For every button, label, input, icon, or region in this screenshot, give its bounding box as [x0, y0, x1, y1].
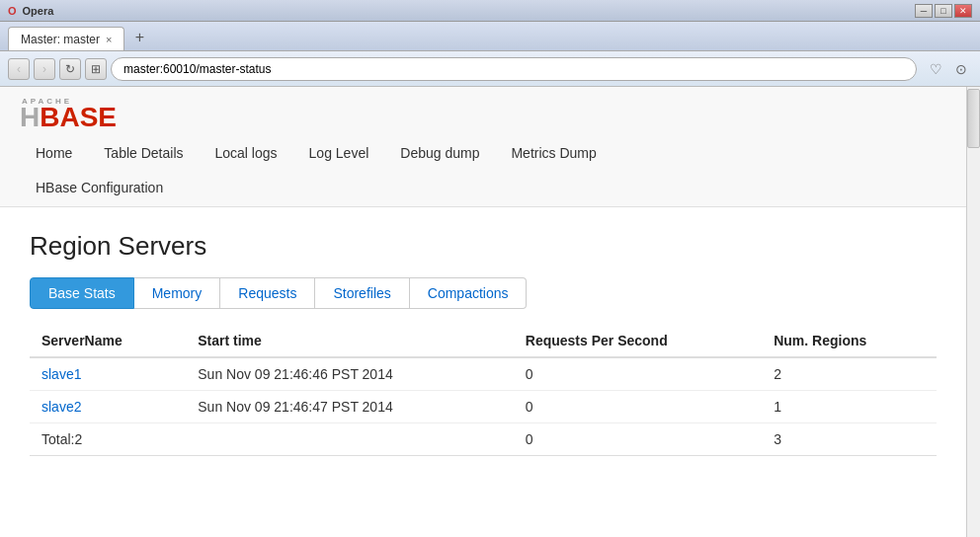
total-label: Total:2 — [30, 423, 186, 456]
hbase-logo-text: HBASE — [20, 104, 117, 131]
navigation-bar: ‹ › ↻ ⊞ ♡ ⊙ — [0, 51, 980, 87]
reload-button[interactable]: ↻ — [59, 58, 81, 80]
scrollbar-thumb[interactable] — [967, 89, 980, 148]
minimize-button[interactable]: ─ — [915, 4, 933, 18]
nav-home[interactable]: Home — [20, 137, 88, 172]
nav-debug-dump[interactable]: Debug dump — [384, 137, 495, 172]
total-regions: 3 — [762, 423, 937, 456]
titlebar-text: Opera — [23, 5, 54, 17]
server-name-cell: slave1 — [30, 357, 186, 391]
total-requests: 0 — [514, 423, 762, 456]
page-content: APACHE HBASE Home Table Details Local lo… — [0, 87, 980, 537]
nav-local-logs[interactable]: Local logs — [200, 137, 293, 172]
col-start-time: Start time — [186, 325, 514, 357]
col-requests: Requests Per Second — [514, 325, 762, 357]
start-time-cell: Sun Nov 09 21:46:47 PST 2014 — [186, 391, 514, 423]
download-icon: ⊙ — [955, 61, 967, 77]
tab-compactions[interactable]: Compactions — [410, 277, 528, 309]
col-regions: Num. Regions — [762, 325, 937, 357]
back-icon: ‹ — [17, 62, 21, 76]
section-title: Region Servers — [30, 231, 937, 262]
nav-hbase-config[interactable]: HBase Configuration — [20, 172, 179, 206]
maximize-button[interactable]: □ — [935, 4, 952, 18]
table-row: slave2 Sun Nov 09 21:46:47 PST 2014 0 1 — [30, 391, 937, 423]
reload-icon: ↻ — [65, 62, 75, 76]
grid-icon: ⊞ — [91, 62, 101, 76]
back-button[interactable]: ‹ — [8, 58, 30, 80]
requests-cell: 0 — [514, 357, 762, 391]
table-row: slave1 Sun Nov 09 21:46:46 PST 2014 0 2 — [30, 357, 937, 391]
forward-button[interactable]: › — [34, 58, 55, 80]
tab-buttons: Base Stats Memory Requests Storefiles Co… — [30, 277, 937, 309]
nav-table-details[interactable]: Table Details — [88, 137, 199, 172]
col-server-name: ServerName — [30, 325, 186, 357]
tab-storefiles[interactable]: Storefiles — [315, 277, 409, 309]
tab-requests[interactable]: Requests — [220, 277, 315, 309]
region-servers-section: Region Servers Base Stats Memory Request… — [0, 207, 966, 480]
grid-button[interactable]: ⊞ — [85, 58, 107, 80]
active-tab[interactable]: Master: master × — [8, 27, 124, 50]
new-tab-button[interactable]: + — [128, 27, 150, 48]
tab-memory[interactable]: Memory — [134, 277, 221, 309]
server-name-cell: slave2 — [30, 391, 186, 423]
regions-cell: 2 — [762, 357, 937, 391]
logo-base: BASE — [40, 102, 117, 132]
nav-icons: ♡ ⊙ — [925, 58, 972, 80]
heart-icon: ♡ — [930, 61, 942, 77]
tab-bar: Master: master × + — [0, 22, 980, 51]
nav-log-level[interactable]: Log Level — [293, 137, 385, 172]
opera-logo: O — [8, 5, 17, 17]
page-main: APACHE HBASE Home Table Details Local lo… — [0, 87, 966, 537]
logo-h: H — [20, 102, 40, 132]
requests-cell: 0 — [514, 391, 762, 423]
total-start-time — [186, 423, 514, 456]
start-time-cell: Sun Nov 09 21:46:46 PST 2014 — [186, 357, 514, 391]
scrollbar[interactable] — [966, 87, 980, 537]
browser-titlebar: O Opera ─ □ ✕ — [0, 0, 980, 22]
close-button[interactable]: ✕ — [954, 4, 972, 18]
server-link-slave2[interactable]: slave2 — [41, 399, 81, 415]
table-header-row: ServerName Start time Requests Per Secon… — [30, 325, 937, 357]
bookmark-button[interactable]: ♡ — [925, 58, 946, 80]
server-link-slave1[interactable]: slave1 — [41, 366, 81, 382]
tab-label: Master: master — [21, 33, 100, 46]
regions-cell: 1 — [762, 391, 937, 423]
nav-menu-row2: HBase Configuration — [20, 172, 946, 206]
titlebar-controls: ─ □ ✕ — [915, 4, 972, 18]
tab-close-button[interactable]: × — [106, 34, 112, 45]
nav-menu-row1: Home Table Details Local logs Log Level … — [20, 137, 946, 172]
region-servers-table: ServerName Start time Requests Per Secon… — [30, 325, 937, 456]
table-total-row: Total:2 0 3 — [30, 423, 937, 456]
address-bar[interactable] — [111, 57, 917, 81]
forward-icon: › — [42, 62, 46, 76]
hbase-header: APACHE HBASE Home Table Details Local lo… — [0, 87, 966, 207]
nav-metrics-dump[interactable]: Metrics Dump — [495, 137, 612, 172]
hbase-logo: APACHE HBASE — [20, 97, 946, 131]
tab-base-stats[interactable]: Base Stats — [30, 277, 134, 309]
download-button[interactable]: ⊙ — [950, 58, 972, 80]
